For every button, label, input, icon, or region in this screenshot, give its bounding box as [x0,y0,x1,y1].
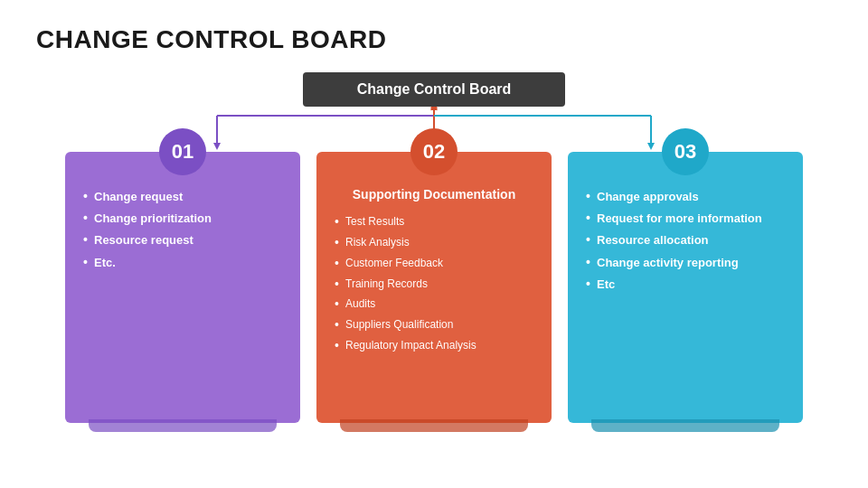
list-item: Suppliers Qualification [333,314,535,335]
card-02-badge: 02 [410,128,458,175]
card-02-list: Test Results Risk Analysis Customer Feed… [333,211,535,356]
page: CHANGE CONTROL BOARD Change Control Boar… [0,0,868,488]
card-03-badge: 03 [662,128,709,175]
list-item: Request for more information [584,208,787,230]
card-02: 02 Supporting Documentation Test Results… [316,152,552,423]
list-item: Resource request [81,230,284,251]
card-03-list: Change approvals Request for more inform… [584,186,787,296]
list-item: Test Results [333,211,535,232]
svg-marker-2 [213,143,221,150]
list-item: Resource allocation [584,230,787,251]
banner-row: Change Control Board [36,72,832,107]
card-02-tab [340,419,528,432]
card-01-body: Change request Change prioritization Res… [65,152,300,423]
card-02-subtitle: Supporting Documentation [333,186,535,202]
list-item: Etc. [81,252,284,274]
card-01-tab [89,419,277,432]
list-item: Training Records [333,274,535,295]
list-item: Regulatory Impact Analysis [333,335,535,356]
list-item: Etc [584,274,787,296]
card-02-body: Supporting Documentation Test Results Ri… [316,152,552,423]
list-item: Change request [81,186,284,208]
list-item: Risk Analysis [333,232,535,253]
card-03-tab [591,419,779,432]
list-item: Customer Feedback [333,253,535,274]
list-item: Change activity reporting [584,252,787,274]
card-01-badge: 01 [159,128,206,175]
svg-marker-9 [647,143,655,150]
card-03-body: Change approvals Request for more inform… [568,152,803,423]
ccb-banner: Change Control Board [303,72,566,107]
cards-row: 01 Change request Change prioritization … [36,152,832,423]
list-item: Change approvals [584,186,787,208]
card-03: 03 Change approvals Request for more inf… [568,152,803,423]
svg-marker-6 [430,107,438,108]
page-title: CHANGE CONTROL BOARD [36,25,832,54]
list-item: Change prioritization [81,208,284,230]
list-item: Audits [333,294,535,314]
card-01-list: Change request Change prioritization Res… [81,186,284,274]
card-01: 01 Change request Change prioritization … [65,152,300,423]
